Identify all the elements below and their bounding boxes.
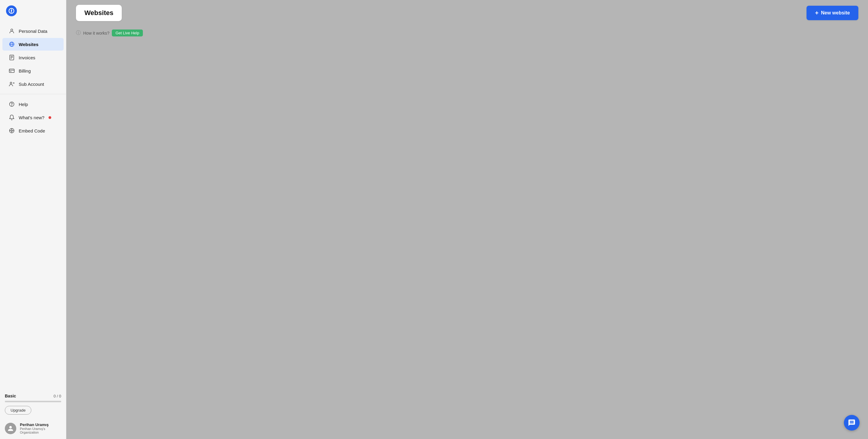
new-website-label: New website <box>821 10 850 16</box>
help-icon <box>8 101 15 107</box>
embed-icon <box>8 127 15 134</box>
upgrade-button[interactable]: Upgrade <box>5 406 31 415</box>
svg-point-1 <box>11 10 12 12</box>
sidebar-item-whats-new[interactable]: What's new? <box>2 111 64 124</box>
bell-icon <box>8 114 15 121</box>
chat-bubble[interactable] <box>844 415 860 431</box>
billing-icon <box>8 67 15 74</box>
plan-count: 0 / 0 <box>54 394 61 398</box>
sidebar-item-websites[interactable]: Websites <box>2 38 64 50</box>
sidebar-bottom: Basic 0 / 0 Upgrade Perihan Uramış Perih… <box>0 390 66 439</box>
chat-icon <box>848 419 856 427</box>
sidebar-item-billing[interactable]: Billing <box>2 64 64 77</box>
plan-header: Basic 0 / 0 <box>5 394 61 398</box>
sidebar-item-help[interactable]: Help <box>2 98 64 110</box>
plus-icon: + <box>815 10 818 16</box>
sidebar-item-invoices[interactable]: Invoices <box>2 51 64 64</box>
sidebar-item-sub-account[interactable]: Sub Account <box>2 78 64 90</box>
sidebar-item-label: What's new? <box>19 115 44 120</box>
svg-rect-10 <box>9 69 14 73</box>
person-icon <box>8 28 15 34</box>
main-content: Websites + New website ⓘ How it works? G… <box>66 0 868 439</box>
how-it-works-text: How it works? <box>83 31 110 36</box>
user-section: Perihan Uramış Perihan Uramış's Organiza… <box>5 419 61 434</box>
sidebar-item-label: Personal Data <box>19 29 47 34</box>
sidebar-nav: Personal Data Websites <box>0 22 66 390</box>
page-title-card: Websites <box>76 5 122 21</box>
notification-badge <box>49 116 51 119</box>
question-circle-icon: ⓘ <box>76 30 81 36</box>
sidebar-item-label: Sub Account <box>19 81 44 87</box>
globe-icon <box>8 41 15 47</box>
sidebar-item-personal-data[interactable]: Personal Data <box>2 25 64 37</box>
svg-rect-6 <box>10 55 13 60</box>
get-live-help-button[interactable]: Get Live Help <box>112 30 143 36</box>
sidebar-item-label: Help <box>19 102 28 107</box>
user-avatar-icon <box>7 425 14 432</box>
plan-name: Basic <box>5 394 16 398</box>
user-info: Perihan Uramış Perihan Uramış's Organiza… <box>20 423 61 434</box>
plan-section: Basic 0 / 0 Upgrade <box>5 394 61 415</box>
sidebar-item-label: Embed Code <box>19 128 45 133</box>
app-logo[interactable] <box>6 5 17 16</box>
logo-icon <box>8 7 15 14</box>
page-title: Websites <box>84 9 113 16</box>
plan-progress-bar <box>5 401 61 402</box>
user-org: Perihan Uramış's Organization <box>20 427 61 434</box>
sidebar-item-label: Billing <box>19 68 31 73</box>
main-header: Websites + New website <box>66 0 868 21</box>
sidebar-item-embed-code[interactable]: Embed Code <box>2 124 64 137</box>
sidebar-item-label: Invoices <box>19 55 35 60</box>
user-name: Perihan Uramış <box>20 423 61 427</box>
sidebar-item-label: Websites <box>19 42 38 47</box>
how-it-works-row: ⓘ How it works? Get Live Help <box>76 30 858 36</box>
svg-point-17 <box>12 106 12 106</box>
sub-account-icon <box>8 81 15 87</box>
svg-point-13 <box>10 82 12 84</box>
sidebar-divider <box>0 94 66 94</box>
new-website-button[interactable]: + New website <box>807 6 858 20</box>
sidebar: Personal Data Websites <box>0 0 66 439</box>
svg-point-2 <box>11 29 13 31</box>
logo-area <box>0 0 66 22</box>
main-body: ⓘ How it works? Get Live Help <box>66 21 868 45</box>
avatar <box>5 423 16 434</box>
invoice-icon <box>8 54 15 61</box>
